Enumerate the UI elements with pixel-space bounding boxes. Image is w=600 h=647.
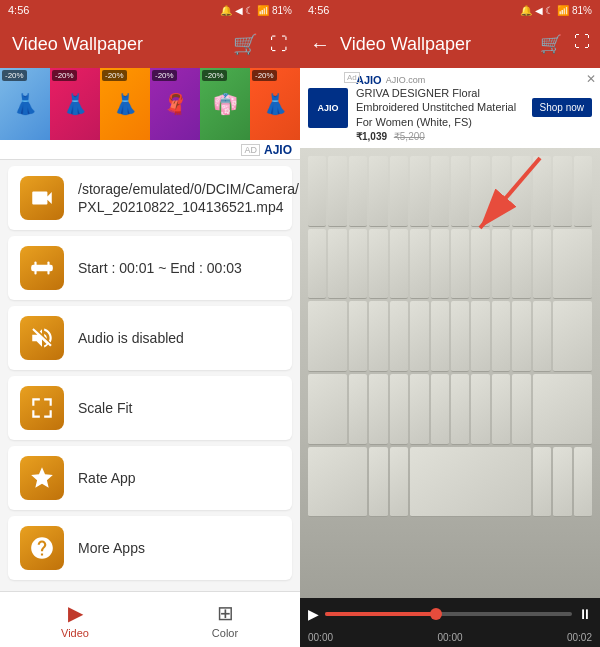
key — [492, 229, 510, 300]
key — [410, 447, 531, 518]
key — [390, 229, 408, 300]
menu-item-more[interactable]: More Apps — [8, 516, 292, 580]
key — [410, 301, 428, 372]
rate-app-text: Rate App — [78, 469, 136, 487]
thumb-badge-4: -20% — [152, 70, 177, 81]
menu-item-file[interactable]: /storage/emulated/0/DCIM/Camera/ PXL_202… — [8, 166, 292, 230]
audio-disabled-text: Audio is disabled — [78, 329, 184, 347]
key — [390, 374, 408, 445]
key — [369, 229, 387, 300]
file-path-text: /storage/emulated/0/DCIM/Camera/ PXL_202… — [78, 180, 299, 216]
right-status-icons: 🔔 ◀ ☾ 📶 81% — [520, 5, 592, 16]
left-ad-strip: AD AJIO — [0, 140, 300, 160]
key — [492, 301, 510, 372]
left-toolbar: Video Wallpaper 🛒 ⛶ — [0, 20, 300, 68]
key — [369, 301, 387, 372]
right-cart-icon[interactable]: 🛒 — [540, 33, 562, 55]
key — [451, 301, 469, 372]
video-nav-icon: ▶ — [68, 601, 83, 625]
key — [349, 156, 367, 227]
key — [471, 301, 489, 372]
key — [328, 229, 346, 300]
thumb-badge-3: -20% — [102, 70, 127, 81]
key — [308, 229, 326, 300]
thumb-badge-2: -20% — [52, 70, 77, 81]
key — [471, 156, 489, 227]
right-toolbar: ← Video Wallpaper 🛒 ⛶ — [300, 20, 600, 68]
right-app-title: Video Wallpaper — [340, 34, 530, 55]
thumb-badge-1: -20% — [2, 70, 27, 81]
ad-content: AJIO AJIO.com GRIVA DESIGNER Floral Embr… — [356, 74, 524, 142]
key — [410, 156, 428, 227]
ad-banner: AJIO AJIO AJIO.com GRIVA DESIGNER Floral… — [300, 68, 600, 148]
key — [390, 301, 408, 372]
left-app-title: Video Wallpaper — [12, 34, 143, 55]
time-end: 00:02 — [567, 632, 592, 643]
key — [574, 447, 592, 518]
key — [451, 229, 469, 300]
key — [369, 156, 387, 227]
right-toolbar-icons: 🛒 ⛶ — [540, 33, 590, 55]
right-status-bar: 4:56 🔔 ◀ ☾ 📶 81% — [300, 0, 600, 20]
key — [553, 447, 571, 518]
key — [533, 229, 551, 300]
right-play-button[interactable]: ▶ — [308, 606, 319, 622]
key — [512, 301, 530, 372]
progress-thumb — [430, 608, 442, 620]
audio-off-icon — [20, 316, 64, 360]
key — [328, 156, 346, 227]
key — [512, 156, 530, 227]
menu-list: /storage/emulated/0/DCIM/Camera/ PXL_202… — [0, 160, 300, 591]
right-expand-icon[interactable]: ⛶ — [574, 33, 590, 55]
menu-item-trim[interactable]: Start : 00:01 ~ End : 00:03 — [8, 236, 292, 300]
key — [390, 156, 408, 227]
key — [431, 374, 449, 445]
time-row: 00:00 00:00 00:02 — [300, 630, 600, 647]
bottom-nav-color[interactable]: ⊞ Color — [150, 592, 300, 647]
thumbnail-6[interactable]: -20% 👗 — [250, 68, 300, 140]
menu-item-rate[interactable]: Rate App — [8, 446, 292, 510]
key — [553, 229, 592, 300]
ad-close-button[interactable]: ✕ — [586, 72, 596, 86]
left-status-icons: 🔔 ◀ ☾ 📶 81% — [220, 5, 292, 16]
left-status-bar: 4:56 🔔 ◀ ☾ 📶 81% — [0, 0, 300, 20]
menu-item-audio[interactable]: Audio is disabled — [8, 306, 292, 370]
key — [369, 447, 387, 518]
thumbnail-3[interactable]: -20% 👗 — [100, 68, 150, 140]
key — [512, 229, 530, 300]
ad-prices: ₹1,039 ₹5,200 — [356, 131, 524, 142]
key — [533, 301, 551, 372]
key — [451, 374, 469, 445]
ad-brand-url: AJIO.com — [386, 75, 426, 85]
trim-time-text: Start : 00:01 ~ End : 00:03 — [78, 259, 242, 277]
expand-icon[interactable]: ⛶ — [270, 34, 288, 55]
key — [390, 447, 408, 518]
thumbnail-1[interactable]: -20% 👗 — [0, 68, 50, 140]
thumbnail-4[interactable]: -20% 🧣 — [150, 68, 200, 140]
video-area — [300, 148, 600, 598]
scale-fit-text: Scale Fit — [78, 399, 132, 417]
thumbnail-5[interactable]: -20% 👘 — [200, 68, 250, 140]
bottom-nav-video[interactable]: ▶ Video — [0, 592, 150, 647]
key — [533, 156, 551, 227]
key — [308, 301, 347, 372]
thumbnail-2[interactable]: -20% 👗 — [50, 68, 100, 140]
video-file-icon — [20, 176, 64, 220]
right-status-time: 4:56 — [308, 4, 329, 16]
menu-item-scale[interactable]: Scale Fit — [8, 376, 292, 440]
key — [431, 301, 449, 372]
bottom-nav: ▶ Video ⊞ Color — [0, 591, 300, 647]
trim-icon — [20, 246, 64, 290]
left-panel: 4:56 🔔 ◀ ☾ 📶 81% Video Wallpaper 🛒 ⛶ -20… — [0, 0, 300, 647]
left-ad-brand: AJIO — [264, 143, 292, 157]
back-button[interactable]: ← — [310, 33, 330, 56]
progress-bar[interactable] — [325, 612, 572, 616]
key — [574, 156, 592, 227]
shop-now-button[interactable]: Shop now — [532, 98, 592, 117]
key — [471, 229, 489, 300]
scale-fit-icon — [20, 386, 64, 430]
right-pause-button[interactable]: ⏸ — [578, 606, 592, 622]
cart-icon[interactable]: 🛒 — [233, 32, 258, 56]
key — [471, 374, 489, 445]
thumbnail-strip: -20% 👗 -20% 👗 -20% 👗 -20% 🧣 -20% — [0, 68, 300, 140]
